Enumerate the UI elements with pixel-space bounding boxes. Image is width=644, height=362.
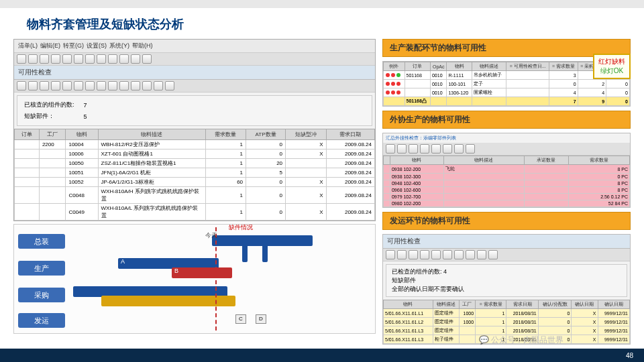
toolbar-button[interactable] xyxy=(40,54,49,64)
toolbar-button[interactable] xyxy=(85,81,95,90)
toolbar-button[interactable] xyxy=(165,81,174,90)
phase-purchase: 采购 xyxy=(18,288,65,302)
phase-assembly: 总装 xyxy=(18,234,65,249)
sap-main-window: 清单(L) 编辑(E) 转至(G) 设置(S) 系统(Y) 帮助(H) 可用性检… xyxy=(13,39,376,221)
menu-settings[interactable]: 设置(S) xyxy=(87,42,107,50)
section-2-header: 外协生产的物料可用性 xyxy=(382,111,631,129)
toolbar-button[interactable] xyxy=(131,54,140,64)
toolbar-button[interactable] xyxy=(119,54,129,64)
gantt-chart: 总装 生产 采购 发运 A B 缺件情况 今天 C D xyxy=(13,224,376,334)
toolbar-button[interactable] xyxy=(119,81,129,90)
menu-goto[interactable]: 转至(G) xyxy=(63,42,84,50)
toolbar-button[interactable] xyxy=(28,54,38,64)
toolbar-button[interactable] xyxy=(74,81,83,90)
watermark: 💬 公众号：肉眼品世界 xyxy=(479,335,564,346)
page-number: 48 xyxy=(626,352,633,359)
toolbar-button[interactable] xyxy=(74,54,83,64)
marker-c: C xyxy=(235,314,246,324)
toolbar-2 xyxy=(14,80,375,93)
today-label: 今天 xyxy=(205,231,217,240)
toolbar-button[interactable] xyxy=(97,54,106,64)
pane-title: 可用性检查 xyxy=(14,66,375,80)
toolbar-button[interactable] xyxy=(108,81,117,90)
marker-d: D xyxy=(256,314,266,324)
phase-production: 生产 xyxy=(18,261,65,276)
toolbar-button[interactable] xyxy=(62,81,72,90)
toolbar-button[interactable] xyxy=(154,81,163,90)
toolbar-button[interactable] xyxy=(51,81,60,90)
menu-list[interactable]: 清单(L) xyxy=(18,42,38,50)
toolbar-button[interactable] xyxy=(17,81,26,90)
menu-edit[interactable]: 编辑(E) xyxy=(40,42,60,50)
main-grid[interactable]: 订单工厂物料物料描述 需求数量ATP数量短缺型冲需求日期 220010004WB… xyxy=(14,129,375,221)
toolbar-button[interactable] xyxy=(51,54,60,64)
section-3-grid: 可用性检查 已检查的组件的数: 4短缺部件全部的确认日期不需要确认 物料物料描述… xyxy=(382,234,631,345)
toolbar-button[interactable] xyxy=(108,54,117,64)
section-2-grid: 汇总外挂性检查：添编零部件列表 物料物料描述承诺数量需求数量 0938 102-… xyxy=(382,133,631,208)
menu-bar[interactable]: 清单(L) 编辑(E) 转至(G) 设置(S) 系统(Y) 帮助(H) xyxy=(14,40,375,53)
menu-help[interactable]: 帮助(H) xyxy=(132,42,153,50)
toolbar-button[interactable] xyxy=(40,81,49,90)
toolbar-button[interactable] xyxy=(62,54,72,64)
toolbar-button[interactable] xyxy=(142,54,152,64)
toolbar-button[interactable] xyxy=(85,54,95,64)
toolbar-button[interactable] xyxy=(97,81,106,90)
toolbar-button[interactable] xyxy=(131,81,140,90)
legend-box: 红灯缺料绿灯OK xyxy=(593,54,631,79)
toolbar-button[interactable] xyxy=(17,54,26,64)
summary-box: 已核查的组件的数:7 短缺部件：5 xyxy=(17,95,372,126)
section-3-header: 发运环节的物料可用性 xyxy=(382,212,631,230)
toolbar-button[interactable] xyxy=(28,81,38,90)
footer-bar: 48 xyxy=(0,349,644,362)
shortage-label: 缺件情况 xyxy=(229,223,253,232)
page-title: 物料齐套管理及短缺状态分析 xyxy=(27,16,644,32)
toolbar-1 xyxy=(14,53,375,66)
toolbar-button[interactable] xyxy=(142,81,152,90)
phase-ship: 发运 xyxy=(18,313,65,328)
menu-system[interactable]: 系统(Y) xyxy=(109,42,129,50)
